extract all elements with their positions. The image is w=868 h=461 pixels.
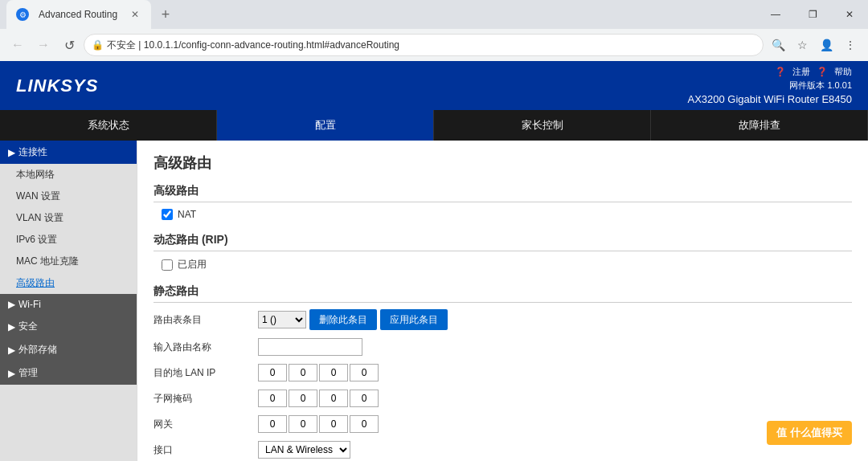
subnet-label: 子网掩码 — [154, 392, 258, 406]
bookmark-button[interactable]: ☆ — [791, 34, 813, 56]
sidebar-header-security[interactable]: ▶ 安全 — [0, 315, 137, 338]
header-top-links: ❓ 注册 ❓ 帮助 — [688, 66, 853, 78]
forward-button[interactable]: → — [32, 34, 55, 56]
connectivity-label: 连接性 — [18, 145, 47, 159]
dest-ip-control — [258, 364, 379, 381]
gateway-octet-2[interactable] — [289, 415, 317, 433]
dest-ip-octet-4[interactable] — [350, 364, 379, 381]
gateway-control — [258, 415, 379, 433]
register-link[interactable]: 注册 — [792, 66, 810, 78]
help-link[interactable]: 帮助 — [834, 66, 852, 78]
back-button[interactable]: ← — [6, 34, 29, 56]
help-icon: ❓ — [817, 67, 828, 77]
dest-ip-octet-2[interactable] — [289, 364, 317, 381]
maximize-button[interactable]: ❐ — [794, 0, 831, 29]
route-name-control — [258, 338, 362, 356]
gateway-label: 网关 — [154, 418, 258, 431]
gateway-row: 网关 — [154, 415, 852, 433]
content-area: 高级路由 高级路由 NAT 动态路由 (RIP) 已启用 静态路由 — [137, 141, 868, 461]
admin-arrow-icon: ▶ — [8, 368, 15, 379]
question-icon: ❓ — [775, 67, 786, 77]
linksys-logo: LINKSYS — [16, 75, 98, 96]
subnet-octet-2[interactable] — [289, 390, 317, 407]
device-name: AX3200 Gigabit WiFi Router E8450 — [688, 93, 853, 105]
lock-icon: 🔒 — [92, 39, 104, 51]
storage-arrow-icon: ▶ — [8, 345, 15, 356]
static-routing-title: 静态路由 — [154, 284, 852, 303]
route-table-select[interactable]: 1 () — [258, 311, 306, 328]
tab-system-status[interactable]: 系统状态 — [0, 110, 217, 141]
subnet-octet-1[interactable] — [258, 390, 287, 407]
dest-ip-octet-1[interactable] — [258, 364, 287, 381]
subnet-row: 子网掩码 — [154, 390, 852, 407]
apply-entry-button[interactable]: 应用此条目 — [380, 309, 448, 330]
header-right: ❓ 注册 ❓ 帮助 网件版本 1.0.01 AX3200 Gigabit WiF… — [688, 66, 853, 105]
sidebar-header-admin[interactable]: ▶ 管理 — [0, 361, 137, 385]
dest-ip-octet-3[interactable] — [319, 364, 348, 381]
sidebar-group-admin: ▶ 管理 — [0, 361, 137, 385]
rip-checkbox[interactable] — [162, 259, 173, 271]
sidebar-item-ipv6[interactable]: IPv6 设置 — [0, 229, 137, 251]
sidebar-item-wan[interactable]: WAN 设置 — [0, 186, 137, 207]
dest-ip-label: 目的地 LAN IP — [154, 366, 258, 380]
storage-label: 外部存储 — [18, 343, 57, 357]
browser-actions: 🔍 ☆ 👤 ⋮ — [767, 34, 862, 56]
sidebar-item-advanced-routing[interactable]: 高级路由 — [0, 272, 137, 294]
interface-row: 接口 LAN & Wireless — [154, 441, 852, 459]
tab-title: Advanced Routing — [39, 9, 124, 20]
route-table-row: 路由表条目 1 () 删除此条目 应用此条目 — [154, 309, 852, 330]
connectivity-arrow-icon: ▶ — [8, 147, 15, 158]
sidebar-item-vlan[interactable]: VLAN 设置 — [0, 207, 137, 229]
route-table-label: 路由表条目 — [154, 313, 258, 327]
gateway-octet-4[interactable] — [350, 415, 379, 433]
sidebar-header-wifi[interactable]: ▶ Wi-Fi — [0, 294, 137, 315]
sidebar: ▶ 连接性 本地网络 WAN 设置 VLAN 设置 IPv6 设置 MAC 地址… — [0, 141, 137, 461]
interface-control: LAN & Wireless — [258, 441, 350, 459]
gateway-octet-1[interactable] — [258, 415, 287, 433]
gateway-octet-3[interactable] — [319, 415, 348, 433]
close-button[interactable]: ✕ — [831, 0, 868, 29]
tab-favicon — [16, 8, 29, 21]
tab-close-button[interactable]: ✕ — [129, 8, 141, 21]
window-controls: — ❐ ✕ — [757, 0, 868, 29]
wifi-arrow-icon: ▶ — [8, 299, 15, 310]
new-tab-button[interactable]: + — [154, 3, 177, 26]
subnet-octet-4[interactable] — [350, 390, 379, 407]
sidebar-header-storage[interactable]: ▶ 外部存储 — [0, 338, 137, 361]
search-browser-button[interactable]: 🔍 — [767, 34, 789, 56]
address-input[interactable] — [84, 34, 764, 56]
nat-checkbox[interactable] — [162, 209, 173, 220]
sidebar-group-security: ▶ 安全 — [0, 315, 137, 338]
advanced-routing-section-title: 高级路由 — [154, 184, 852, 202]
tab-bar: Advanced Routing ✕ + — ❐ ✕ — [0, 0, 868, 29]
sidebar-group-wifi: ▶ Wi-Fi — [0, 294, 137, 315]
rip-label: 已启用 — [178, 258, 207, 271]
sidebar-header-connectivity[interactable]: ▶ 连接性 — [0, 141, 137, 164]
watermark-text: 值 什么值得买 — [776, 426, 842, 439]
nav-tabs: 系统状态 配置 家长控制 故障排查 — [0, 110, 868, 141]
minimize-button[interactable]: — — [757, 0, 794, 29]
tab-troubleshoot[interactable]: 故障排查 — [651, 110, 868, 141]
main-content: ▶ 连接性 本地网络 WAN 设置 VLAN 设置 IPv6 设置 MAC 地址… — [0, 141, 868, 461]
tab-config[interactable]: 配置 — [217, 110, 434, 141]
delete-entry-button[interactable]: 删除此条目 — [309, 309, 377, 330]
dest-ip-row: 目的地 LAN IP — [154, 364, 852, 381]
tab-parental[interactable]: 家长控制 — [434, 110, 651, 141]
interface-select[interactable]: LAN & Wireless — [258, 441, 350, 459]
menu-button[interactable]: ⋮ — [839, 34, 862, 56]
subnet-octet-3[interactable] — [319, 390, 348, 407]
sidebar-item-local-network[interactable]: 本地网络 — [0, 164, 137, 186]
refresh-button[interactable]: ↺ — [58, 34, 80, 56]
active-tab[interactable]: Advanced Routing ✕ — [6, 0, 151, 29]
firmware-version: 网件版本 1.0.01 — [688, 80, 853, 92]
sidebar-group-connectivity: ▶ 连接性 本地网络 WAN 设置 VLAN 设置 IPv6 设置 MAC 地址… — [0, 141, 137, 294]
security-arrow-icon: ▶ — [8, 321, 15, 332]
profile-button[interactable]: 👤 — [815, 34, 837, 56]
route-name-input[interactable] — [258, 338, 362, 356]
route-name-row: 输入路由名称 — [154, 338, 852, 356]
nat-label: NAT — [178, 209, 196, 220]
nat-checkbox-wrapper: NAT — [162, 209, 852, 220]
subnet-control — [258, 390, 379, 407]
sidebar-item-mac-clone[interactable]: MAC 地址克隆 — [0, 251, 137, 272]
linksys-header: LINKSYS ❓ 注册 ❓ 帮助 网件版本 1.0.01 AX3200 Gig… — [0, 61, 868, 110]
